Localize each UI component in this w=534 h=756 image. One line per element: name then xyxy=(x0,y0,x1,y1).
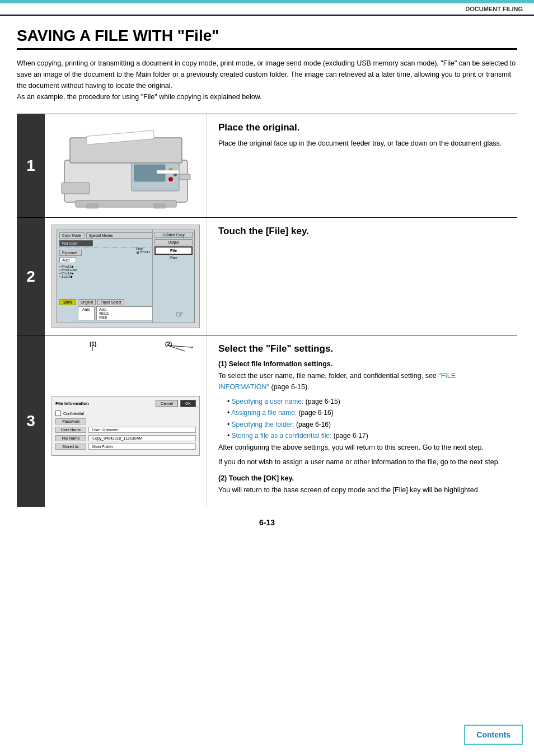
substep-1-heading: (1) Select file information settings. xyxy=(218,360,506,368)
hand-cursor-icon: ☞ xyxy=(176,309,184,320)
step-2-number: 2 xyxy=(17,218,45,335)
main-content: SAVING A FILE WITH "File" When copying, … xyxy=(0,16,534,544)
step-3-heading: Select the "File" settings. xyxy=(218,343,506,354)
callout-lines xyxy=(45,335,193,352)
original-value: Auto xyxy=(78,306,95,320)
step-1-row: 1 xyxy=(17,114,517,217)
link-confidential[interactable]: Storing a file as a confidential file: xyxy=(232,432,332,440)
ok-btn[interactable]: OK xyxy=(180,400,196,407)
stored-to-row: Stored to: Main Folder xyxy=(55,444,196,450)
file-screen-buttons: Cancel OK xyxy=(156,400,196,407)
section-label: DOCUMENT FILING xyxy=(0,3,534,16)
file-name-label: File Name xyxy=(55,435,86,441)
stored-to-value: Main Folder xyxy=(88,444,196,450)
step-1-desc: Place the original face up in the docume… xyxy=(218,138,506,149)
svg-rect-13 xyxy=(154,204,165,208)
file-info-screen: File Information Cancel OK Confidential … xyxy=(51,396,200,456)
sub-links-list: Specifying a user name: (page 6-15) Assi… xyxy=(218,396,506,442)
page-title: SAVING A FILE WITH "File" xyxy=(17,27,517,50)
link-file-name[interactable]: Assigning a file name: xyxy=(231,409,297,417)
svg-rect-10 xyxy=(157,170,179,174)
svg-line-15 xyxy=(168,346,193,351)
original-label: Original xyxy=(78,299,96,305)
full-color-value: Full Color xyxy=(59,240,93,246)
step-1-heading: Place the original. xyxy=(218,122,506,133)
copy-ratio-value: 100% xyxy=(59,299,76,305)
file-name-value: Copy_04042010_112030AM xyxy=(88,435,196,441)
file-name-row: File Name Copy_04042010_112030AM xyxy=(55,435,196,441)
intro-text: When copying, printing or transmitting a… xyxy=(17,58,517,102)
machine-illustration xyxy=(53,121,199,211)
file-key-btn[interactable]: File xyxy=(154,246,193,255)
intro-p2: As an example, the procedure for using "… xyxy=(17,91,517,102)
file-info-link[interactable]: "FILE INFORMATION" xyxy=(218,372,456,391)
user-name-label: User Name xyxy=(55,427,86,433)
output-btn[interactable]: Output xyxy=(154,239,193,245)
step-3-image: (1) (2) File Information Cancel OK xyxy=(45,335,207,507)
link-folder[interactable]: Specifying the folder: xyxy=(232,421,294,428)
page-number: 6-13 xyxy=(17,507,517,533)
file-info-title: File Information xyxy=(55,401,89,406)
confidential-row: Confidential xyxy=(55,410,196,416)
step-3-row: 3 (1) (2) File Information Cancel OK xyxy=(17,335,517,507)
step-1-image xyxy=(45,114,207,217)
exposure-label: Exposure xyxy=(59,250,82,256)
paper-size: #8x11 xyxy=(99,311,150,315)
step-2-content: Touch the [File] key. xyxy=(207,218,517,335)
intro-p1: When copying, printing or transmitting a… xyxy=(17,58,517,91)
color-mode-label: Color Mode xyxy=(59,232,85,239)
special-modes-btn[interactable]: Special Modes xyxy=(86,232,153,239)
confidential-label: Confidential xyxy=(63,412,84,416)
stored-to-label: Stored to: xyxy=(55,444,86,450)
paper-auto: Auto xyxy=(99,307,150,311)
user-name-value: User Unknown xyxy=(88,427,196,433)
paper-plain: Plain xyxy=(99,315,150,319)
paper-select-label: Paper Select xyxy=(97,299,124,305)
password-label: Password xyxy=(55,418,86,424)
plain-label2: Plain🖨 8½x11 xyxy=(136,247,151,254)
link-user-name[interactable]: Specifying a user name: xyxy=(232,398,304,405)
file-screen-header: File Information Cancel OK xyxy=(55,400,196,407)
contents-button[interactable]: Contents xyxy=(464,725,523,745)
svg-rect-2 xyxy=(62,183,90,194)
substep-1-p2: After configuring the above settings, yo… xyxy=(218,442,506,453)
substep-1-p1: To select the user name, file name, fold… xyxy=(218,370,506,393)
password-row: Password xyxy=(55,418,196,424)
substep-2-heading: (2) Touch the [OK] key. xyxy=(218,474,506,482)
step-3-content: Select the "File" settings. (1) Select f… xyxy=(207,335,517,507)
two-sided-btn[interactable]: 2-Sided Copy xyxy=(154,232,193,238)
substep-1-p3: If you do not wish to assign a user name… xyxy=(218,456,506,468)
page-number-text: 6-13 xyxy=(259,518,275,527)
step-1-number: 1 xyxy=(17,114,45,217)
confidential-checkbox[interactable] xyxy=(55,410,61,416)
step-3-number: 3 xyxy=(17,335,45,507)
svg-rect-12 xyxy=(87,204,98,208)
substep-2-p1: You will return to the base screen of co… xyxy=(218,484,506,496)
exposure-value: Auto xyxy=(59,257,76,263)
plain-label: Plain xyxy=(154,256,193,259)
cancel-btn[interactable]: Cancel xyxy=(156,400,178,407)
svg-point-9 xyxy=(168,177,173,181)
step-2-image: Color Mode Special Modes Full Color Expo… xyxy=(45,218,207,335)
step-2-row: 2 Color Mode Special Modes Full Color xyxy=(17,217,517,335)
step-1-content: Place the original. Place the original f… xyxy=(207,114,517,217)
user-name-row: User Name User Unknown xyxy=(55,427,196,433)
step-2-heading: Touch the [File] key. xyxy=(218,226,506,237)
